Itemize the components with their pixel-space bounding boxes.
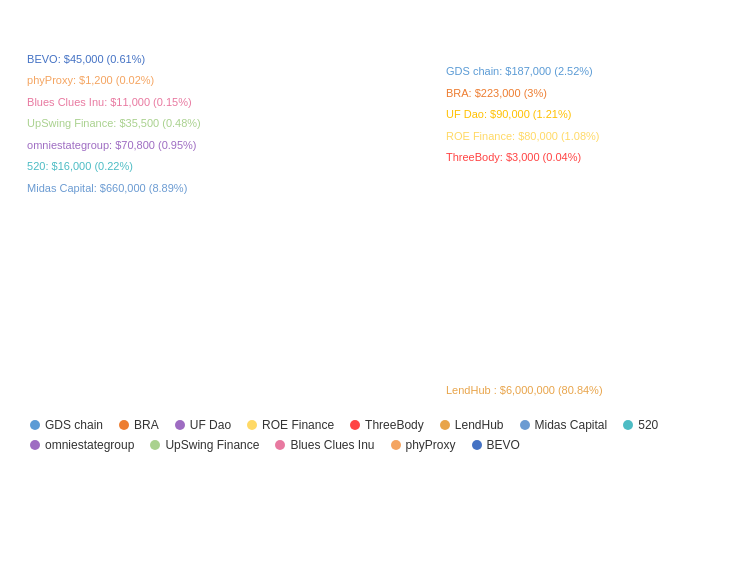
legend-dot: [30, 440, 40, 450]
legend: GDS chainBRAUF DaoROE FinanceThreeBodyLe…: [20, 410, 730, 460]
legend-label: 520: [638, 418, 658, 432]
legend-item-lendhub: LendHub: [440, 418, 504, 432]
legend-item-bevo: BEVO: [472, 438, 520, 452]
legend-dot: [350, 420, 360, 430]
legend-dot: [175, 420, 185, 430]
legend-label: UF Dao: [190, 418, 231, 432]
pie-chart-svg: [195, 48, 555, 408]
chart-area: BEVO: $45,000 (0.61%)phyProxy: $1,200 (0…: [20, 30, 730, 460]
chart-label: phyProxy: $1,200 (0.02%): [27, 73, 154, 88]
main-container: BEVO: $45,000 (0.61%)phyProxy: $1,200 (0…: [0, 0, 750, 566]
legend-label: Midas Capital: [535, 418, 608, 432]
legend-dot: [119, 420, 129, 430]
legend-label: ROE Finance: [262, 418, 334, 432]
legend-dot: [520, 420, 530, 430]
legend-label: UpSwing Finance: [165, 438, 259, 452]
legend-item-gds-chain: GDS chain: [30, 418, 103, 432]
legend-label: BRA: [134, 418, 159, 432]
legend-label: GDS chain: [45, 418, 103, 432]
legend-item-bra: BRA: [119, 418, 159, 432]
legend-dot: [247, 420, 257, 430]
legend-dot: [440, 420, 450, 430]
legend-dot: [30, 420, 40, 430]
legend-dot: [391, 440, 401, 450]
legend-dot: [472, 440, 482, 450]
legend-label: ThreeBody: [365, 418, 424, 432]
legend-item-phyproxy: phyProxy: [391, 438, 456, 452]
legend-label: Blues Clues Inu: [290, 438, 374, 452]
legend-dot: [150, 440, 160, 450]
chart-label: UpSwing Finance: $35,500 (0.48%): [27, 116, 201, 131]
chart-label: omniestategroup: $70,800 (0.95%): [27, 138, 196, 153]
legend-item-midas-capital: Midas Capital: [520, 418, 608, 432]
legend-label: omniestategroup: [45, 438, 134, 452]
chart-label: BEVO: $45,000 (0.61%): [27, 52, 145, 67]
legend-label: LendHub: [455, 418, 504, 432]
legend-item-roe-finance: ROE Finance: [247, 418, 334, 432]
chart-label: Midas Capital: $660,000 (8.89%): [27, 181, 187, 196]
legend-item-omniestategroup: omniestategroup: [30, 438, 134, 452]
chart-label: Blues Clues Inu: $11,000 (0.15%): [27, 95, 192, 110]
legend-item-blues-clues-inu: Blues Clues Inu: [275, 438, 374, 452]
legend-label: BEVO: [487, 438, 520, 452]
legend-item-uf-dao: UF Dao: [175, 418, 231, 432]
legend-item-520: 520: [623, 418, 658, 432]
legend-item-upswing-finance: UpSwing Finance: [150, 438, 259, 452]
legend-dot: [623, 420, 633, 430]
legend-item-threebody: ThreeBody: [350, 418, 424, 432]
legend-dot: [275, 440, 285, 450]
chart-label: 520: $16,000 (0.22%): [27, 159, 133, 174]
legend-label: phyProxy: [406, 438, 456, 452]
